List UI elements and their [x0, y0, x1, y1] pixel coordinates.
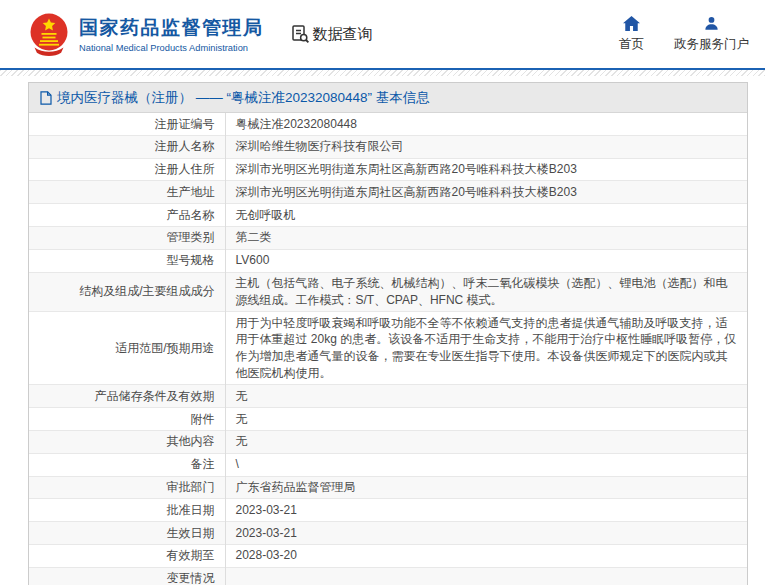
nav-portal[interactable]: 政务服务门户: [674, 15, 749, 53]
site-subtitle: National Medical Products Administration: [79, 43, 264, 53]
row-value: 无创呼吸机: [225, 204, 747, 227]
row-label-text: 审批部门: [167, 480, 215, 494]
document-search-icon: [290, 24, 310, 44]
data-query-label: 数据查询: [313, 25, 373, 44]
row-label-text: 其他内容: [167, 434, 215, 448]
table-row: 批准日期2023-03-21: [29, 499, 747, 522]
table-row: 生效日期2023-03-21: [29, 522, 747, 545]
data-query-link[interactable]: 数据查询: [290, 24, 373, 44]
page-title: 境内医疗器械（注册） —— “粤械注准20232080448” 基本信息: [57, 89, 430, 107]
row-value-text: 广东省药品监督管理局: [236, 480, 356, 494]
row-label: 备注: [29, 453, 225, 476]
row-label-text: 注册人住所: [155, 162, 215, 176]
table-row: 注册证编号粤械注准20232080448: [29, 113, 747, 135]
row-value-text: 无创呼吸机: [236, 208, 296, 222]
row-label-text: 变更情况: [167, 571, 215, 585]
row-value-text: 深圳哈维生物医疗科技有限公司: [236, 139, 404, 153]
row-value-text: 主机（包括气路、电子系统、机械结构）、呼末二氧化碳模块（选配）、锂电池（选配）和…: [236, 276, 728, 307]
person-icon: [704, 15, 719, 31]
table-row: 生产地址深圳市光明区光明街道东周社区高新西路20号唯科科技大楼B203: [29, 181, 747, 204]
table-row: 审批部门广东省药品监督管理局: [29, 476, 747, 499]
table-row: 注册人名称深圳哈维生物医疗科技有限公司: [29, 135, 747, 158]
row-label: 批准日期: [29, 499, 225, 522]
row-label-text: 生效日期: [167, 526, 215, 540]
row-value: 深圳市光明区光明街道东周社区高新西路20号唯科科技大楼B203: [225, 158, 747, 181]
row-label: 附件: [29, 408, 225, 431]
row-value-text: 无: [236, 412, 248, 426]
row-label: 产品名称: [29, 204, 225, 227]
table-row: 有效期至2028-03-20: [29, 544, 747, 567]
row-label: 适用范围/预期用途: [29, 312, 225, 385]
row-value-text: 用于为中轻度呼吸衰竭和呼吸功能不全等不依赖通气支持的患者提供通气辅助及呼吸支持，…: [236, 316, 737, 380]
row-value: 无: [225, 408, 747, 431]
site-title: 国家药品监督管理局: [79, 15, 264, 41]
row-value-text: 第二类: [236, 230, 272, 244]
row-value: 粤械注准20232080448: [225, 113, 747, 135]
info-table-body: 注册证编号粤械注准20232080448注册人名称深圳哈维生物医疗科技有限公司注…: [29, 113, 747, 585]
row-value-text: 深圳市光明区光明街道东周社区高新西路20号唯科科技大楼B203: [236, 162, 577, 176]
row-value-text: 深圳市光明区光明街道东周社区高新西路20号唯科科技大楼B203: [236, 185, 577, 199]
row-label-text: 型号规格: [167, 253, 215, 267]
info-table: 注册证编号粤械注准20232080448注册人名称深圳哈维生物医疗科技有限公司注…: [29, 113, 747, 585]
row-value: 2023-03-21: [225, 499, 747, 522]
table-row: 附件无: [29, 408, 747, 431]
row-value: 深圳哈维生物医疗科技有限公司: [225, 135, 747, 158]
row-label: 其他内容: [29, 430, 225, 453]
nav-portal-label: 政务服务门户: [674, 36, 749, 53]
brand-text: 国家药品监督管理局 National Medical Products Admi…: [79, 15, 264, 53]
nav-home[interactable]: 首页: [619, 15, 644, 53]
row-label-text: 生产地址: [167, 185, 215, 199]
table-row: 结构及组成/主要组成成分主机（包括气路、电子系统、机械结构）、呼末二氧化碳模块（…: [29, 272, 747, 312]
row-value: 用于为中轻度呼吸衰竭和呼吸功能不全等不依赖通气支持的患者提供通气辅助及呼吸支持，…: [225, 312, 747, 385]
content-box: 境内医疗器械（注册） —— “粤械注准20232080448” 基本信息 注册证…: [28, 82, 748, 585]
table-row: 管理类别第二类: [29, 226, 747, 249]
table-row: 产品名称无创呼吸机: [29, 204, 747, 227]
row-label: 审批部门: [29, 476, 225, 499]
row-value: 深圳市光明区光明街道东周社区高新西路20号唯科科技大楼B203: [225, 181, 747, 204]
table-row: 产品储存条件及有效期无: [29, 385, 747, 408]
row-label-text: 适用范围/预期用途: [115, 341, 214, 355]
row-label: 产品储存条件及有效期: [29, 385, 225, 408]
row-value-text: 2023-03-21: [236, 526, 297, 540]
row-value: 2028-03-20: [225, 544, 747, 567]
row-label-text: 注册人名称: [155, 139, 215, 153]
row-value: 无: [225, 385, 747, 408]
row-label-text: 批准日期: [167, 503, 215, 517]
row-label: 生效日期: [29, 522, 225, 545]
row-label: 型号规格: [29, 249, 225, 272]
row-label-text: 管理类别: [167, 230, 215, 244]
top-nav: 首页 政务服务门户: [619, 15, 749, 53]
row-label: 注册证编号: [29, 113, 225, 135]
row-label: 生产地址: [29, 181, 225, 204]
table-row: 型号规格LV600: [29, 249, 747, 272]
row-value: 第二类: [225, 226, 747, 249]
row-label-text: 有效期至: [167, 548, 215, 562]
row-label-text: 产品储存条件及有效期: [95, 389, 215, 403]
row-value-text: 2028-03-20: [236, 548, 297, 562]
row-value-text: 无: [236, 434, 248, 448]
row-label-text: 结构及组成/主要组成成分: [79, 284, 214, 298]
row-value: [225, 567, 747, 585]
row-label-text: 附件: [191, 412, 215, 426]
row-value: 广东省药品监督管理局: [225, 476, 747, 499]
brand[interactable]: 国家药品监督管理局 National Medical Products Admi…: [27, 12, 264, 56]
row-value-text: \: [236, 457, 239, 471]
row-label: 变更情况: [29, 567, 225, 585]
nav-home-label: 首页: [619, 36, 644, 53]
row-value: 无: [225, 430, 747, 453]
row-value-text: LV600: [236, 253, 270, 267]
row-label: 管理类别: [29, 226, 225, 249]
row-label-text: 备注: [191, 457, 215, 471]
table-row: 适用范围/预期用途用于为中轻度呼吸衰竭和呼吸功能不全等不依赖通气支持的患者提供通…: [29, 312, 747, 385]
hatch-strip: [0, 70, 765, 76]
row-label: 有效期至: [29, 544, 225, 567]
table-row: 备注\: [29, 453, 747, 476]
row-value-text: 粤械注准20232080448: [236, 117, 357, 131]
row-value: 主机（包括气路、电子系统、机械结构）、呼末二氧化碳模块（选配）、锂电池（选配）和…: [225, 272, 747, 312]
row-label-text: 产品名称: [167, 208, 215, 222]
site-header: 国家药品监督管理局 National Medical Products Admi…: [0, 0, 765, 68]
row-value-text: 2023-03-21: [236, 503, 297, 517]
row-label: 结构及组成/主要组成成分: [29, 272, 225, 312]
row-label: 注册人名称: [29, 135, 225, 158]
row-label-text: 注册证编号: [155, 117, 215, 131]
